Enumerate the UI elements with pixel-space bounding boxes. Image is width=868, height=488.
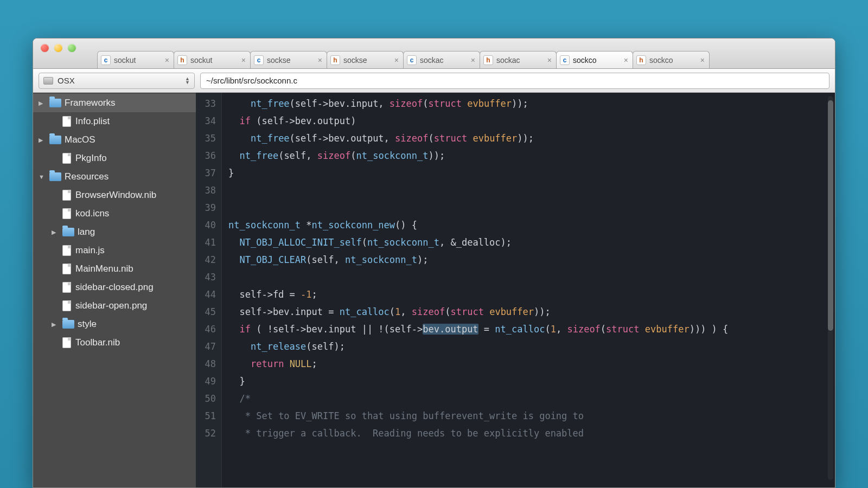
folder-frameworks[interactable]: ▶Frameworks [33,94,196,112]
code-line[interactable]: NT_OBJ_ALLOC_INIT_self(nt_sockconn_t, &_… [228,234,835,251]
file-sidebar-open-png[interactable]: sidebar-open.png [33,297,196,315]
folder-lang[interactable]: ▶lang [33,223,196,241]
code-line[interactable] [228,268,835,286]
editor-body: ▶FrameworksInfo.plist▶MacOSPkgInfo▼Resou… [33,93,835,487]
tab-label: sockut [114,56,136,65]
project-selector[interactable]: OSX ▲▼ [39,73,195,89]
filetype-c-icon: c [254,55,264,65]
line-number: 49 [196,373,216,390]
code-line[interactable]: return NULL; [228,355,835,373]
close-icon[interactable]: × [165,56,169,65]
folder-resources[interactable]: ▼Resources [33,168,196,186]
folder-icon [49,99,61,107]
code-line[interactable]: nt_free(self, sizeof(nt_sockconn_t)); [228,147,835,164]
file-sidebar-closed-png[interactable]: sidebar-closed.png [33,278,196,297]
file-mainmenu-nib[interactable]: MainMenu.nib [33,260,196,278]
tree-item-label: sidebar-closed.png [75,282,154,293]
line-number: 52 [196,425,216,442]
code-line[interactable] [228,182,835,199]
path-input[interactable] [200,73,829,89]
window-controls [41,44,76,52]
code-line[interactable]: nt_release(self); [228,338,835,355]
line-number: 47 [196,338,216,355]
code-line[interactable]: /* [228,390,835,407]
disclosure-triangle-icon[interactable]: ▶ [52,321,59,328]
zoom-window-button[interactable] [68,44,76,52]
code-line[interactable]: } [228,164,835,182]
close-icon[interactable]: × [241,56,246,65]
close-icon[interactable]: × [471,56,475,65]
titlebar: csockut×hsockut×csockse×hsockse×csockac×… [33,38,835,69]
code-line[interactable]: } [228,373,835,390]
disclosure-triangle-icon[interactable]: ▶ [39,100,46,107]
close-icon[interactable]: × [394,56,399,65]
stepper-icon: ▲▼ [185,77,190,85]
line-number: 40 [196,216,216,234]
tab-sockco-h[interactable]: hsockco× [633,51,710,68]
close-icon[interactable]: × [318,56,322,65]
file-kod-icns[interactable]: kod.icns [33,204,196,223]
code-line[interactable]: if (self->bev.output) [228,112,835,130]
file-toolbar-nib[interactable]: Toolbar.nib [33,333,196,352]
folder-icon [62,228,74,236]
file-pkginfo[interactable]: PkgInfo [33,149,196,168]
file-icon [62,190,71,201]
disclosure-triangle-icon[interactable]: ▶ [52,229,59,236]
minimize-window-button[interactable] [54,44,62,52]
tab-sockac-h[interactable]: hsockac× [480,51,557,68]
filetype-h-icon: h [330,55,340,65]
close-window-button[interactable] [41,44,49,52]
file-icon [62,282,71,293]
disclosure-triangle-icon[interactable]: ▶ [39,137,46,144]
line-gutter: 3334353637383940414243444546474849505152 [196,93,222,487]
file-main-js[interactable]: main.js [33,241,196,260]
folder-style[interactable]: ▶style [33,315,196,333]
disclosure-triangle-icon[interactable]: ▼ [39,174,46,180]
filetype-c-icon: c [560,55,570,65]
filetype-h-icon: h [177,55,187,65]
line-number: 38 [196,182,216,199]
tree-item-label: Toolbar.nib [75,337,120,348]
close-icon[interactable]: × [624,56,628,65]
tab-label: sockut [190,56,212,65]
code-line[interactable]: if ( !self->bev.input || !(self->bev.out… [228,320,835,338]
code-line[interactable]: nt_sockconn_t *nt_sockconn_new() { [228,216,835,234]
code-line[interactable]: * trigger a callback. Reading needs to b… [228,425,835,442]
code-line[interactable]: * Set to EV_WRITE so that using bufferev… [228,407,835,425]
tree-item-label: style [78,319,97,330]
filetype-c-icon: c [101,55,111,65]
line-number: 34 [196,112,216,130]
tab-sockut-c[interactable]: csockut× [97,51,174,68]
tab-bar: csockut×hsockut×csockse×hsockse×csockac×… [97,51,709,68]
folder-icon [62,320,74,329]
tree-item-label: MacOS [65,134,95,145]
scrollbar-thumb[interactable] [828,100,833,331]
line-number: 50 [196,390,216,407]
tree-item-label: Resources [65,171,108,182]
folder-macos[interactable]: ▶MacOS [33,131,196,149]
code-line[interactable]: nt_free(self->bev.output, sizeof(struct … [228,130,835,147]
tab-sockut-h[interactable]: hsockut× [174,51,251,68]
file-tree[interactable]: ▶FrameworksInfo.plist▶MacOSPkgInfo▼Resou… [33,93,196,487]
line-number: 33 [196,95,216,112]
file-browserwindow-nib[interactable]: BrowserWindow.nib [33,186,196,204]
tab-sockac-c[interactable]: csockac× [403,51,480,68]
line-number: 36 [196,147,216,164]
tab-sockco-c[interactable]: csockco× [556,51,633,68]
tab-sockse-h[interactable]: hsockse× [327,51,404,68]
code-line[interactable]: nt_free(self->bev.input, sizeof(struct e… [228,95,835,112]
close-icon[interactable]: × [547,56,552,65]
code-editor[interactable]: 3334353637383940414243444546474849505152… [196,93,835,487]
tree-item-label: MainMenu.nib [75,264,133,274]
vertical-scrollbar[interactable] [828,96,833,480]
tab-label: sockse [343,56,367,65]
file-icon [62,337,71,348]
close-icon[interactable]: × [700,56,705,65]
code-line[interactable]: NT_OBJ_CLEAR(self, nt_sockconn_t); [228,251,835,268]
code-area[interactable]: nt_free(self->bev.input, sizeof(struct e… [222,93,835,487]
tab-sockse-c[interactable]: csockse× [250,51,327,68]
code-line[interactable]: self->fd = -1; [228,286,835,303]
code-line[interactable] [228,199,835,216]
file-info-plist[interactable]: Info.plist [33,112,196,131]
code-line[interactable]: self->bev.input = nt_calloc(1, sizeof(st… [228,303,835,320]
